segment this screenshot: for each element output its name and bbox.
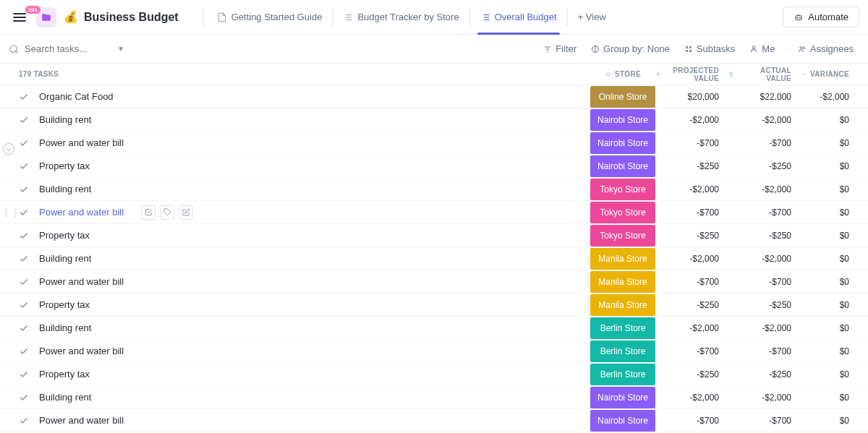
store-tag[interactable]: Manila Store [590, 271, 655, 293]
check-icon[interactable] [19, 92, 29, 102]
task-name: Power and water bill [39, 346, 124, 356]
actual-value: -$2,000 [728, 184, 800, 194]
store-tag[interactable]: Nairobi Store [590, 155, 655, 177]
table-row[interactable]: Building rent Nairobi Store -$2,000 -$2,… [0, 108, 868, 132]
search-input[interactable] [25, 43, 111, 54]
store-tag[interactable]: Berlin Store [590, 317, 655, 339]
edit-icon[interactable] [179, 205, 193, 220]
col-header-projected[interactable]: PROJECTED VALUE [655, 67, 728, 82]
table-row[interactable]: Building rent Berlin Store -$2,000 -$2,0… [0, 317, 868, 340]
projected-value: -$250 [655, 161, 728, 171]
tab-overall-budget[interactable]: Overall Budget [477, 0, 560, 35]
projected-value: -$2,000 [655, 115, 728, 125]
col-header-store[interactable]: STORE [590, 70, 655, 78]
check-icon[interactable] [19, 393, 29, 403]
check-icon[interactable] [19, 346, 29, 356]
table-row[interactable]: Organic Cat Food Online Store $20,000 $2… [0, 85, 868, 108]
filter-icon [543, 45, 552, 53]
check-icon[interactable] [19, 161, 29, 171]
store-tag[interactable]: Tokyo Store [590, 179, 655, 200]
store-tag[interactable]: Nairobi Store [590, 132, 655, 154]
robot-icon [793, 12, 804, 22]
col-header-variance[interactable]: VARIANCE [800, 70, 858, 78]
filter-button[interactable]: Filter [537, 40, 582, 57]
projected-value: -$250 [655, 231, 728, 241]
store-tag[interactable]: Nairobi Store [590, 109, 655, 131]
subtasks-icon [684, 45, 693, 53]
check-icon[interactable] [19, 277, 29, 287]
tab-label: Budget Tracker by Store [357, 12, 459, 22]
task-name: Building rent [39, 253, 91, 264]
search-icon [9, 44, 19, 54]
table-row[interactable]: Property tax Manila Store -$250 -$250 $0 [0, 293, 868, 317]
drag-handle-icon[interactable]: ⋮⋮ [1, 207, 20, 218]
store-tag[interactable]: Berlin Store [590, 340, 655, 362]
tab-budget-tracker[interactable]: Budget Tracker by Store [340, 0, 461, 35]
svg-point-25 [803, 47, 805, 49]
tag-icon[interactable] [160, 205, 174, 220]
table-row[interactable]: Power and water bill Manila Store -$700 … [0, 270, 868, 293]
group-by-button[interactable]: Group by: None [585, 40, 676, 57]
task-name: Power and water bill [39, 415, 124, 426]
svg-rect-12 [796, 15, 801, 20]
table-row[interactable]: ⋮⋮ Power and water bill Tokyo Store -$70… [0, 201, 868, 224]
check-icon[interactable] [19, 416, 29, 426]
store-tag[interactable]: Nairobi Store [590, 387, 655, 408]
add-view-button[interactable]: + View [575, 0, 609, 35]
task-name: Property tax [39, 369, 90, 380]
check-icon[interactable] [19, 300, 29, 310]
table-row[interactable]: Power and water bill Nairobi Store -$700… [0, 409, 868, 432]
check-icon[interactable] [19, 231, 29, 241]
table-row[interactable]: Property tax Berlin Store -$250 -$250 $0 [0, 363, 868, 386]
notification-badge[interactable]: 101 [25, 6, 41, 14]
store-tag[interactable]: Tokyo Store [590, 202, 655, 223]
store-tag[interactable]: Tokyo Store [590, 225, 655, 246]
check-icon[interactable] [19, 369, 29, 380]
table-row[interactable]: Power and water bill Berlin Store -$700 … [0, 340, 868, 363]
projected-value: -$250 [655, 369, 728, 380]
subtasks-button[interactable]: Subtasks [678, 40, 741, 57]
task-count: 179 TASKS [19, 70, 590, 78]
variance-value: $0 [800, 323, 858, 333]
store-tag[interactable]: Manila Store [590, 294, 655, 316]
add-view-label: + View [578, 12, 606, 22]
table-row[interactable]: Property tax Tokyo Store -$250 -$250 $0 [0, 224, 868, 247]
task-name: Property tax [39, 299, 90, 310]
check-icon[interactable] [19, 138, 29, 148]
automate-button[interactable]: Automate [783, 7, 859, 27]
check-icon[interactable] [19, 184, 29, 194]
chevron-down-icon[interactable]: ▼ [117, 45, 124, 53]
check-icon[interactable] [19, 323, 29, 333]
store-tag[interactable]: Berlin Store [590, 364, 655, 385]
tab-label: Overall Budget [495, 12, 557, 22]
title-emoji: 💰 [64, 10, 78, 24]
table-row[interactable]: Building rent Manila Store -$2,000 -$2,0… [0, 247, 868, 270]
search-box[interactable]: ▼ [9, 43, 132, 54]
check-icon[interactable] [19, 207, 29, 218]
actual-value: -$700 [728, 416, 800, 426]
subtask-icon[interactable] [141, 205, 156, 220]
table-row[interactable]: Building rent Nairobi Store -$2,000 -$2,… [0, 386, 868, 409]
store-tag[interactable]: Online Store [590, 86, 655, 108]
page-title[interactable]: Business Budget [84, 11, 179, 24]
store-tag[interactable]: Nairobi Store [590, 410, 655, 432]
task-name: Property tax [39, 230, 90, 241]
variance-value: $0 [800, 369, 858, 380]
table-row[interactable]: Power and water bill Nairobi Store -$700… [0, 132, 868, 155]
assignees-button[interactable]: Assignees [792, 40, 859, 57]
actual-value: -$2,000 [728, 393, 800, 403]
table-row[interactable]: Property tax Nairobi Store -$250 -$250 $… [0, 155, 868, 178]
projected-value: -$700 [655, 346, 728, 356]
store-tag[interactable]: Manila Store [590, 248, 655, 270]
col-header-actual[interactable]: ACTUAL VALUE [728, 67, 800, 82]
me-button[interactable]: Me [744, 40, 780, 57]
collapse-toggle[interactable] [3, 143, 14, 155]
tab-label: Getting Started Guide [231, 12, 323, 22]
variance-value: $0 [800, 207, 858, 218]
check-icon[interactable] [19, 254, 29, 264]
variance-value: $0 [800, 393, 858, 403]
check-icon[interactable] [19, 115, 29, 125]
table-row[interactable]: Building rent Tokyo Store -$2,000 -$2,00… [0, 178, 868, 201]
tab-getting-started[interactable]: Getting Started Guide [214, 0, 326, 35]
svg-line-17 [16, 51, 18, 53]
